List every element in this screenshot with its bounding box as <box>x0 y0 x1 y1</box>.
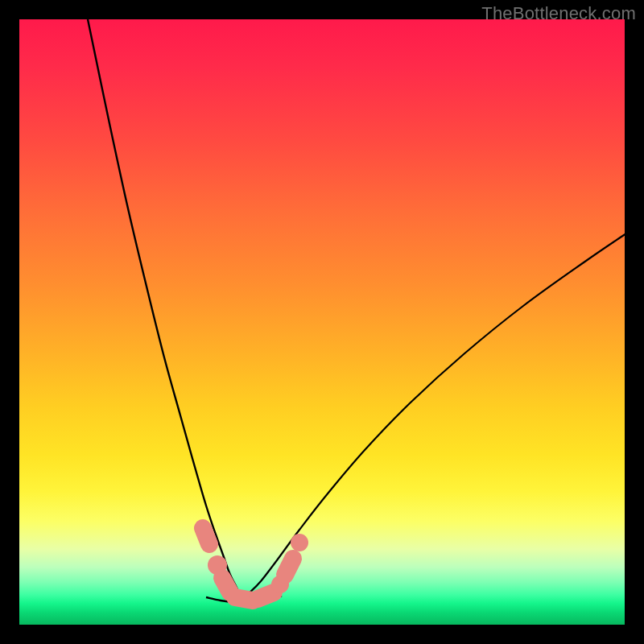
marker-pill <box>258 592 274 599</box>
marker-pill <box>285 559 293 575</box>
curve-left-branch <box>88 19 242 599</box>
marker-dot <box>291 534 308 551</box>
watermark-text: TheBottleneck.com <box>481 3 636 24</box>
curve-markers <box>203 528 308 601</box>
plot-frame <box>19 19 625 625</box>
marker-pill <box>203 528 209 544</box>
bottleneck-curve <box>19 19 625 625</box>
marker-pill <box>222 578 230 592</box>
